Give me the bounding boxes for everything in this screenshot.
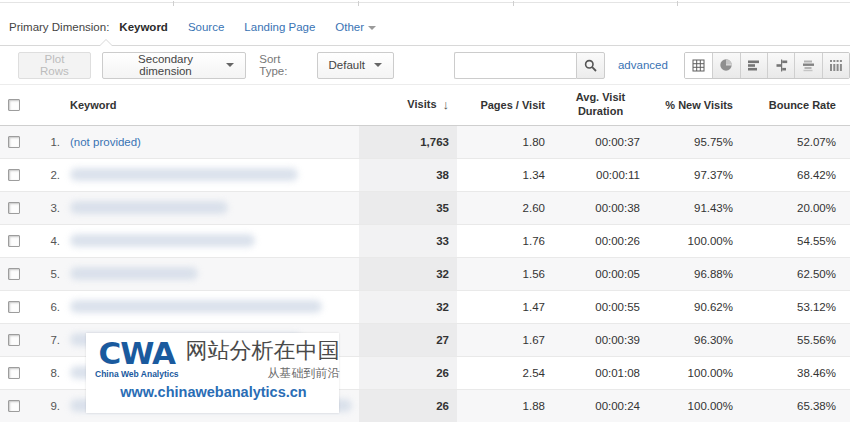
pages-cell: 1.34	[457, 158, 553, 191]
new-visits-cell: 100.00%	[648, 356, 741, 389]
redacted-keyword	[70, 234, 255, 247]
visits-cell: 32	[359, 257, 457, 290]
comparison-bars-icon	[775, 59, 788, 72]
visits-cell: 1,763	[359, 125, 457, 158]
new-visits-cell: 97.37%	[648, 158, 741, 191]
visits-cell: 32	[359, 290, 457, 323]
table-row: 6. 32 1.47 00:00:55 90.62% 53.12%	[0, 290, 850, 323]
pivot-view-button[interactable]	[822, 53, 849, 78]
row-number: 8.	[30, 356, 62, 389]
bounce-cell: 20.00%	[741, 191, 850, 224]
row-number: 4.	[30, 224, 62, 257]
header-avg-visit-duration[interactable]: Avg. Visit Duration	[553, 85, 648, 125]
table-row: 1. (not provided) 1,763 1.80 00:00:37 95…	[0, 125, 850, 158]
tab-source[interactable]: Source	[188, 21, 224, 33]
header-visits[interactable]: Visits↓	[359, 85, 457, 125]
view-toggle-group	[684, 52, 850, 79]
table-toolbar: Plot Rows Secondary dimension Sort Type:…	[0, 45, 850, 85]
header-bounce-rate[interactable]: Bounce Rate	[741, 85, 850, 125]
duration-cell: 00:00:37	[553, 125, 648, 158]
table-row: 4. 33 1.76 00:00:26 100.00% 54.55%	[0, 224, 850, 257]
select-all-checkbox[interactable]	[8, 99, 20, 111]
table-row: 5. 32 1.56 00:00:05 96.88% 62.50%	[0, 257, 850, 290]
row-checkbox[interactable]	[8, 268, 20, 280]
pages-cell: 2.60	[457, 191, 553, 224]
watermark-tagline-cn: 从基础到前沿	[268, 365, 340, 382]
redacted-keyword	[70, 300, 322, 313]
duration-cell: 00:00:11	[553, 158, 648, 191]
row-number: 6.	[30, 290, 62, 323]
advanced-search-link[interactable]: advanced	[618, 59, 668, 71]
header-pct-new-visits[interactable]: % New Visits	[648, 85, 741, 125]
row-checkbox[interactable]	[8, 400, 20, 412]
tab-other[interactable]: Other	[335, 21, 376, 33]
new-visits-cell: 100.00%	[648, 389, 741, 422]
duration-cell: 00:00:26	[553, 224, 648, 257]
bounce-cell: 54.55%	[741, 224, 850, 257]
search-button[interactable]	[576, 52, 605, 79]
new-visits-cell: 96.30%	[648, 323, 741, 356]
pages-cell: 1.56	[457, 257, 553, 290]
visits-cell: 33	[359, 224, 457, 257]
bounce-cell: 38.46%	[741, 356, 850, 389]
cwa-logo-text: CWA	[99, 338, 176, 368]
bounce-cell: 53.12%	[741, 290, 850, 323]
visits-cell: 27	[359, 323, 457, 356]
comparison-view-button[interactable]	[767, 53, 794, 78]
row-checkbox[interactable]	[8, 367, 20, 379]
duration-cell: 00:00:05	[553, 257, 648, 290]
tab-keyword[interactable]: Keyword	[119, 21, 168, 33]
new-visits-cell: 96.88%	[648, 257, 741, 290]
keyword-link[interactable]: (not provided)	[70, 136, 141, 148]
primary-dimension-bar: Primary Dimension: Keyword Source Landin…	[0, 12, 850, 42]
pages-cell: 1.67	[457, 323, 553, 356]
row-checkbox[interactable]	[8, 235, 20, 247]
bounce-cell: 62.50%	[741, 257, 850, 290]
pie-chart-icon	[719, 58, 733, 72]
row-checkbox[interactable]	[8, 334, 20, 346]
search-input[interactable]	[454, 52, 576, 79]
pages-cell: 1.76	[457, 224, 553, 257]
bounce-cell: 68.42%	[741, 158, 850, 191]
table-row: 3. 35 2.60 00:00:38 91.43% 20.00%	[0, 191, 850, 224]
term-cloud-view-button[interactable]	[794, 53, 821, 78]
duration-cell: 00:00:38	[553, 191, 648, 224]
plot-rows-button[interactable]: Plot Rows	[18, 52, 91, 79]
row-checkbox[interactable]	[8, 169, 20, 181]
visits-cell: 35	[359, 191, 457, 224]
row-checkbox[interactable]	[8, 301, 20, 313]
duration-cell: 00:00:24	[553, 389, 648, 422]
horizontal-bars-icon	[747, 59, 760, 72]
pages-cell: 1.80	[457, 125, 553, 158]
row-number: 2.	[30, 158, 62, 191]
header-pages-per-visit[interactable]: Pages / Visit	[457, 85, 553, 125]
row-checkbox[interactable]	[8, 136, 20, 148]
duration-cell: 00:00:55	[553, 290, 648, 323]
row-number: 5.	[30, 257, 62, 290]
cwa-watermark: CWA China Web Analytics 网站分析在中国 从基础到前沿 w…	[86, 333, 339, 413]
primary-dimension-label: Primary Dimension:	[9, 21, 109, 33]
tab-landing-page[interactable]: Landing Page	[244, 21, 315, 33]
pivot-icon	[829, 59, 842, 72]
secondary-dimension-dropdown[interactable]: Secondary dimension	[102, 52, 246, 79]
bounce-cell: 52.07%	[741, 125, 850, 158]
duration-cell: 00:01:08	[553, 356, 648, 389]
sort-type-label: Sort Type:	[259, 53, 308, 77]
table-row: 2. 38 1.34 00:00:11 97.37% 68.42%	[0, 158, 850, 191]
new-visits-cell: 90.62%	[648, 290, 741, 323]
percentage-view-button[interactable]	[712, 53, 739, 78]
redacted-keyword	[70, 168, 298, 181]
pages-cell: 2.54	[457, 356, 553, 389]
redacted-keyword	[70, 201, 228, 214]
redacted-keyword	[70, 267, 198, 280]
sort-descending-icon: ↓	[443, 97, 450, 112]
performance-view-button[interactable]	[740, 53, 767, 78]
row-checkbox[interactable]	[8, 202, 20, 214]
search-icon	[584, 59, 597, 72]
sort-type-dropdown[interactable]: Default	[317, 52, 394, 79]
table-view-button[interactable]	[685, 53, 712, 78]
header-keyword[interactable]: Keyword	[62, 85, 359, 125]
bounce-cell: 65.38%	[741, 389, 850, 422]
table-header-row: Keyword Visits↓ Pages / Visit Avg. Visit…	[0, 85, 850, 125]
pages-cell: 1.88	[457, 389, 553, 422]
